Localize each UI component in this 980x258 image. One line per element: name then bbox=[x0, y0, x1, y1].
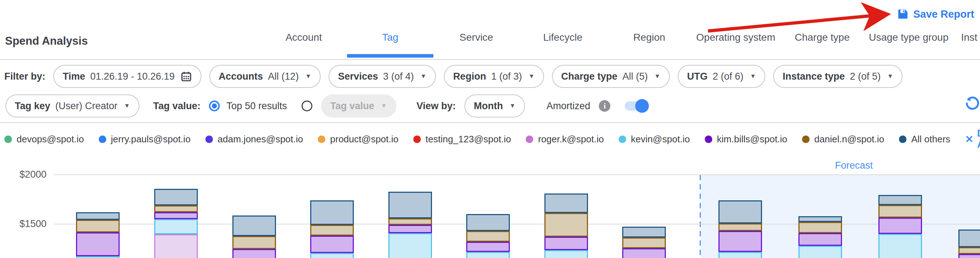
chevron-down-icon bbox=[654, 73, 660, 80]
bar-segment-all-others[interactable] bbox=[958, 229, 980, 247]
bar-segment-all-others[interactable] bbox=[232, 215, 276, 236]
legend-label: devops@spot.io bbox=[17, 134, 84, 145]
bar-segment-kim-bills-spot-io[interactable] bbox=[76, 233, 119, 256]
bar-segment-all-others[interactable] bbox=[799, 216, 842, 222]
amortized-toggle[interactable] bbox=[625, 101, 648, 111]
tab-inst[interactable]: Inst bbox=[926, 32, 980, 43]
accounts-filter-pill[interactable]: AccountsAll (12) bbox=[209, 65, 321, 88]
tag-key-label: Tag key bbox=[15, 100, 51, 112]
bar-segment-kevin-spot-io[interactable] bbox=[718, 252, 762, 258]
bar-segment-kevin-spot-io[interactable] bbox=[388, 233, 432, 258]
legend-item-kim-bills-spot-io[interactable]: kim.bills@spot.io bbox=[705, 134, 787, 145]
bar-segment-daniel-n-spot-io[interactable] bbox=[154, 205, 198, 212]
tab-charge-type[interactable]: Charge type bbox=[779, 32, 865, 43]
tab-tag[interactable]: Tag bbox=[347, 32, 433, 43]
filter-row-primary: Filter by: Time 01.26.19 - 10.26.19 Acco… bbox=[4, 65, 902, 88]
bar-segment-kim-bills-spot-io[interactable] bbox=[466, 242, 510, 252]
bar-segment-daniel-n-spot-io[interactable] bbox=[544, 213, 588, 237]
bar-segment-all-others[interactable] bbox=[718, 200, 762, 223]
legend-item-testing-123-spot-io[interactable]: testing_123@spot.io bbox=[413, 134, 511, 145]
charge-type-filter-pill[interactable]: Charge typeAll (5) bbox=[552, 65, 670, 88]
info-icon[interactable] bbox=[599, 100, 610, 112]
tab-operating-system[interactable]: Operating system bbox=[692, 32, 779, 43]
pill-label: Services bbox=[338, 71, 378, 82]
bar-segment-daniel-n-spot-io[interactable] bbox=[466, 231, 510, 242]
bar-segment-kevin-spot-io[interactable] bbox=[799, 246, 842, 258]
legend-dot bbox=[99, 135, 106, 143]
bar-segment-daniel-n-spot-io[interactable] bbox=[388, 218, 432, 225]
time-filter-value: 01.26.19 - 10.26.19 bbox=[91, 71, 175, 82]
deselect-all-button[interactable]: ✕Deselect All bbox=[965, 128, 980, 150]
spend-analysis-page: Spend Analysis AccountTagServiceLifecycl… bbox=[0, 0, 980, 258]
legend-item-devops-spot-io[interactable]: devops@spot.io bbox=[4, 134, 84, 145]
tab-region[interactable]: Region bbox=[606, 32, 692, 43]
bar-segment-all-others[interactable] bbox=[388, 192, 432, 218]
legend-item-jerry-pauls-spot-io[interactable]: jerry.pauls@spot.io bbox=[99, 134, 191, 145]
services-filter-pill[interactable]: Services3 (of 4) bbox=[329, 65, 436, 88]
bar-segment-kim-bills-spot-io[interactable] bbox=[544, 237, 588, 250]
active-tab-underline bbox=[347, 54, 433, 58]
bar-segment-kevin-spot-io[interactable] bbox=[466, 252, 510, 258]
bar-segment-kim-bills-spot-io[interactable] bbox=[232, 249, 276, 258]
time-filter-pill[interactable]: Time 01.26.19 - 10.26.19 bbox=[53, 65, 201, 88]
bar-segment-all-others[interactable] bbox=[76, 212, 119, 220]
tab-lifecycle[interactable]: Lifecycle bbox=[520, 32, 606, 43]
bar-segment-kim-bills-spot-io[interactable] bbox=[310, 236, 354, 253]
view-by-pill[interactable]: Month bbox=[465, 94, 525, 118]
reset-refresh-button[interactable] bbox=[964, 96, 979, 112]
bar-segment-kevin-spot-io[interactable] bbox=[544, 250, 588, 258]
top-50-results-radio[interactable] bbox=[209, 100, 220, 111]
legend-item-product-spot-io[interactable]: product@spot.io bbox=[318, 134, 398, 145]
bar-segment-daniel-n-spot-io[interactable] bbox=[958, 247, 980, 254]
pill-label: Instance type bbox=[783, 71, 845, 82]
pill-value: All (5) bbox=[623, 71, 648, 82]
bar-segment-daniel-n-spot-io[interactable] bbox=[799, 222, 842, 233]
bar-segment-all-others[interactable] bbox=[544, 193, 588, 213]
bar-segment-kim-bills-spot-io[interactable] bbox=[718, 231, 762, 252]
legend-item-daniel-n-spot-io[interactable]: daniel.n@spot.io bbox=[802, 134, 884, 145]
bar-segment-kevin-spot-io[interactable] bbox=[878, 234, 922, 258]
bar-segment-kim-bills-spot-io[interactable] bbox=[799, 233, 842, 246]
save-report-button[interactable]: Save Report bbox=[897, 8, 974, 20]
legend-dot bbox=[318, 135, 325, 143]
bar-segment-kim-bills-spot-io[interactable] bbox=[154, 212, 198, 219]
bar-segment-kevin-spot-io[interactable] bbox=[154, 219, 198, 234]
bar-segment-kim-bills-spot-io[interactable] bbox=[878, 218, 922, 234]
bar-segment-daniel-n-spot-io[interactable] bbox=[232, 236, 276, 249]
bar-segment-kim-bills-spot-io[interactable] bbox=[388, 225, 432, 233]
custom-tag-value-radio[interactable] bbox=[302, 100, 312, 111]
amortized-label: Amortized bbox=[547, 100, 590, 112]
tag-value-pill-disabled[interactable]: Tag value bbox=[321, 94, 396, 118]
bar-segment-roger-k-spot-io[interactable] bbox=[154, 234, 198, 258]
legend-item-all-others[interactable]: All others bbox=[899, 134, 950, 145]
bar-segment-kevin-spot-io[interactable] bbox=[310, 253, 354, 258]
tag-key-pill[interactable]: Tag key (User) Creator bbox=[5, 94, 140, 118]
pill-value: 1 (of 3) bbox=[491, 71, 522, 82]
bar-segment-kevin-spot-io[interactable] bbox=[76, 256, 119, 258]
legend-row: devops@spot.iojerry.pauls@spot.ioadam.jo… bbox=[4, 131, 980, 148]
bar-segment-all-others[interactable] bbox=[466, 214, 510, 231]
legend-item-adam-jones-spot-io[interactable]: adam.jones@spot.io bbox=[205, 134, 303, 145]
legend-item-kevin-spot-io[interactable]: kevin@spot.io bbox=[619, 134, 690, 145]
bar-segment-all-others[interactable] bbox=[878, 195, 922, 205]
bar-segment-daniel-n-spot-io[interactable] bbox=[878, 205, 922, 218]
view-by-label: View by: bbox=[417, 100, 456, 112]
legend-label: jerry.pauls@spot.io bbox=[111, 134, 191, 145]
bar-segment-kim-bills-spot-io[interactable] bbox=[622, 248, 666, 258]
calendar-icon bbox=[180, 71, 192, 82]
region-filter-pill[interactable]: Region1 (of 3) bbox=[444, 65, 544, 88]
bar-segment-daniel-n-spot-io[interactable] bbox=[76, 220, 119, 233]
tab-account[interactable]: Account bbox=[261, 32, 347, 43]
bar-segment-daniel-n-spot-io[interactable] bbox=[622, 237, 666, 248]
bar-segment-all-others[interactable] bbox=[310, 200, 354, 225]
bar-segment-kim-bills-spot-io[interactable] bbox=[958, 254, 980, 258]
utg-filter-pill[interactable]: UTG2 (of 6) bbox=[678, 65, 765, 88]
bar-segment-all-others[interactable] bbox=[622, 227, 666, 237]
tab-service[interactable]: Service bbox=[433, 32, 520, 43]
bars-layer bbox=[0, 150, 980, 258]
bar-segment-daniel-n-spot-io[interactable] bbox=[310, 225, 354, 236]
bar-segment-daniel-n-spot-io[interactable] bbox=[718, 223, 762, 231]
bar-segment-all-others[interactable] bbox=[154, 189, 198, 205]
legend-item-roger-k-spot-io[interactable]: roger.k@spot.io bbox=[526, 134, 603, 145]
instance-type-filter-pill[interactable]: Instance type2 (of 5) bbox=[773, 65, 902, 88]
